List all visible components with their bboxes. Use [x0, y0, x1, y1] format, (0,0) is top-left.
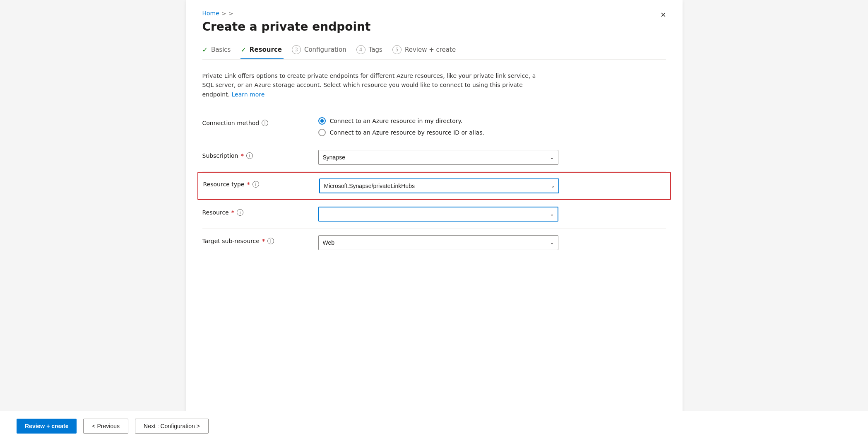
subscription-required: *: [241, 152, 244, 159]
step-review-label: Review + create: [405, 46, 456, 53]
previous-button[interactable]: < Previous: [83, 419, 128, 434]
page-title: Create a private endpoint: [202, 20, 666, 34]
close-button[interactable]: ×: [656, 7, 671, 22]
breadcrumb-sep1: >: [222, 10, 226, 17]
target-sub-resource-text: Target sub-resource: [202, 238, 260, 244]
connection-method-options: Connect to an Azure resource in my direc…: [318, 117, 558, 136]
resource-info-icon[interactable]: i: [237, 209, 243, 216]
form-section: Connection method i Connect to an Azure …: [202, 111, 666, 257]
configuration-num: 3: [292, 45, 301, 54]
resource-type-select[interactable]: Microsoft.Synapse/privateLinkHubs: [319, 178, 559, 193]
step-configuration-label: Configuration: [304, 46, 346, 53]
subscription-select-wrapper: Synapse ⌄: [318, 150, 558, 165]
subscription-text: Subscription: [202, 152, 238, 159]
breadcrumb: Home > >: [202, 10, 666, 17]
radio-resource-id-label: Connect to an Azure resource by resource…: [330, 129, 485, 136]
connection-method-info-icon[interactable]: i: [262, 120, 268, 126]
breadcrumb-home[interactable]: Home: [202, 10, 219, 17]
resource-select-wrapper: ⌄: [318, 207, 558, 222]
subscription-info-icon[interactable]: i: [246, 152, 253, 159]
connection-method-row: Connection method i Connect to an Azure …: [202, 111, 666, 143]
resource-type-label: Resource type * i: [203, 178, 319, 188]
step-resource[interactable]: ✓ Resource: [240, 46, 290, 59]
step-tags-label: Tags: [369, 46, 382, 53]
next-button[interactable]: Next : Configuration >: [135, 419, 209, 434]
target-sub-resource-select[interactable]: Web: [318, 235, 558, 250]
resource-control: ⌄: [318, 207, 558, 222]
learn-more-link[interactable]: Learn more: [231, 91, 264, 98]
radio-directory-circle: [318, 117, 326, 125]
connection-method-text: Connection method: [202, 120, 260, 126]
basics-check-icon: ✓: [202, 46, 208, 54]
resource-type-control: Microsoft.Synapse/privateLinkHubs ⌄: [319, 178, 559, 193]
resource-type-required: *: [247, 181, 250, 188]
target-sub-resource-row: Target sub-resource * i Web ⌄: [202, 229, 666, 257]
target-sub-resource-required: *: [262, 238, 265, 244]
subscription-select[interactable]: Synapse: [318, 150, 558, 165]
subscription-control: Synapse ⌄: [318, 150, 558, 165]
step-resource-label: Resource: [250, 46, 282, 53]
subscription-label: Subscription * i: [202, 150, 318, 159]
target-sub-resource-select-wrapper: Web ⌄: [318, 235, 558, 250]
step-configuration[interactable]: 3 Configuration: [292, 45, 355, 59]
step-review[interactable]: 5 Review + create: [392, 45, 464, 59]
resource-text: Resource: [202, 209, 229, 216]
subscription-row: Subscription * i Synapse ⌄: [202, 143, 666, 172]
step-basics[interactable]: ✓ Basics: [202, 46, 239, 59]
resource-type-info-icon[interactable]: i: [252, 181, 259, 188]
target-sub-resource-info-icon[interactable]: i: [267, 238, 274, 244]
radio-resource-id[interactable]: Connect to an Azure resource by resource…: [318, 129, 558, 136]
tags-num: 4: [356, 45, 365, 54]
connection-method-label: Connection method i: [202, 117, 318, 126]
resource-row: Resource * i ⌄: [202, 200, 666, 229]
resource-check-icon: ✓: [240, 46, 246, 54]
review-num: 5: [392, 45, 402, 54]
resource-required: *: [231, 209, 234, 216]
main-panel: Home > > × Create a private endpoint ✓ B…: [186, 0, 683, 441]
step-basics-label: Basics: [211, 46, 231, 53]
radio-directory[interactable]: Connect to an Azure resource in my direc…: [318, 117, 558, 125]
footer: Review + create < Previous Next : Config…: [0, 411, 868, 441]
breadcrumb-sep2: >: [229, 10, 233, 17]
radio-resource-id-circle: [318, 129, 326, 136]
resource-type-select-wrapper: Microsoft.Synapse/privateLinkHubs ⌄: [319, 178, 559, 193]
target-sub-resource-label: Target sub-resource * i: [202, 235, 318, 244]
review-create-button[interactable]: Review + create: [17, 419, 77, 434]
resource-label: Resource * i: [202, 207, 318, 216]
resource-type-text: Resource type: [203, 181, 245, 188]
step-tags[interactable]: 4 Tags: [356, 45, 391, 59]
wizard-steps: ✓ Basics ✓ Resource 3 Configuration 4 Ta…: [202, 45, 666, 60]
description-text: Private Link offers options to create pr…: [202, 71, 542, 99]
resource-select[interactable]: [318, 207, 558, 222]
resource-type-row: Resource type * i Microsoft.Synapse/priv…: [197, 172, 671, 200]
target-sub-resource-control: Web ⌄: [318, 235, 558, 250]
radio-directory-label: Connect to an Azure resource in my direc…: [330, 118, 463, 124]
